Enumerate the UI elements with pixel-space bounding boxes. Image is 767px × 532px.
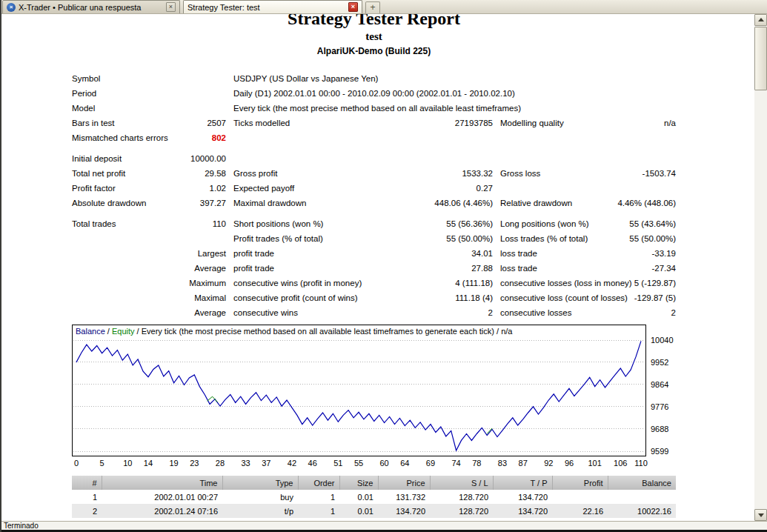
stats-cell: Initial deposit: [72, 151, 183, 166]
stats-cell: 27.88: [410, 261, 493, 276]
trades-cell: 128.720: [430, 504, 493, 518]
x-axis-tick-label: 37: [262, 459, 270, 468]
scrollbar-thumb[interactable]: [754, 27, 767, 90]
stats-cell: Total trades: [72, 216, 183, 231]
stats-cell: 4.46% (448.06): [614, 196, 676, 210]
status-text: Terminado: [4, 522, 39, 530]
trades-cell: 0.01: [339, 490, 378, 504]
trades-cell: 1: [298, 504, 339, 518]
x-axis-tick-label: 28: [216, 459, 225, 468]
trades-cell: 134.720: [378, 504, 430, 518]
y-axis-tick-label: 9776: [651, 402, 676, 411]
balance-line-chart: [73, 325, 645, 456]
page-content: Strategy Tester Report test AlpariUK-Dem…: [1, 14, 754, 521]
tab-label: Strategy Tester: test: [187, 3, 345, 12]
stats-cell: [183, 71, 226, 86]
status-bar: Terminado: [1, 521, 767, 530]
stats-cell: Total net profit: [72, 166, 183, 181]
stats-row: Total net profit29.58Gross profit1533.32…: [72, 166, 676, 181]
balance-chart: Balance / Equity / Every tick (the most …: [72, 325, 676, 468]
stats-cell: Every tick (the most precise method base…: [226, 101, 676, 116]
stats-row: Averageconsecutive wins2consecutive loss…: [72, 305, 676, 320]
close-tab-icon[interactable]: ×: [166, 2, 176, 12]
scroll-up-button[interactable]: [754, 14, 767, 26]
stats-cell: 55 (43.64%): [614, 216, 676, 231]
stats-cell: USDJPY (US Dollar vs Japanese Yen): [226, 71, 676, 86]
scroll-down-button[interactable]: [754, 509, 767, 521]
legend-part: / Every tick (the most precise method ba…: [135, 327, 513, 336]
stats-cell: Average: [183, 305, 226, 320]
tab-xtrader[interactable]: × X-Trader • Publicar una respuesta ×: [2, 0, 180, 13]
y-axis-tick-label: 9688: [651, 425, 676, 433]
trades-header-cell: Size: [339, 476, 378, 490]
server-build: AlpariUK-Demo (Build 225): [72, 46, 676, 56]
stats-cell: [614, 130, 676, 145]
tab-strategy-tester[interactable]: Strategy Tester: test ×: [183, 0, 362, 13]
stats-cell: 2: [410, 305, 493, 320]
trades-cell: 1: [72, 490, 102, 504]
stats-cell: [72, 305, 183, 320]
stats-cell: [410, 151, 493, 166]
stats-cell: 2507: [183, 116, 226, 130]
browser-window: × X-Trader • Publicar una respuesta × St…: [0, 0, 767, 532]
stats-cell: 1.02: [183, 181, 226, 196]
close-tab-icon[interactable]: ×: [348, 2, 358, 12]
x-axis-tick-label: 69: [426, 459, 435, 468]
stats-cell: 397.27: [183, 196, 226, 210]
stats-cell: [72, 261, 183, 276]
y-axis-labels: 1004099529864977696889599: [651, 325, 676, 457]
vertical-scrollbar[interactable]: [754, 14, 767, 521]
legend-part: Equity: [112, 327, 135, 336]
stats-row: Total trades110Short positions (won %)55…: [72, 216, 676, 231]
stats-row: Mismatched charts errors802: [72, 130, 676, 145]
trades-cell: 2: [72, 504, 102, 518]
x-axis-tick-label: 87: [519, 459, 528, 468]
stats-cell: [614, 151, 676, 166]
new-tab-button[interactable]: +: [365, 1, 380, 13]
trades-cell: buy: [222, 490, 298, 504]
stats-cell: 55 (50.00%): [614, 231, 676, 246]
stats-cell: -33.19: [614, 246, 676, 261]
stats-cell: 27193785: [410, 116, 493, 130]
trades-cell: 2002.01.24 07:16: [102, 504, 222, 518]
trades-cell: 10022.16: [608, 504, 676, 518]
chart-plot-area: Balance / Equity / Every tick (the most …: [72, 325, 646, 456]
x-axis-tick-label: 92: [544, 459, 553, 468]
trades-header-cell: Type: [222, 476, 298, 490]
scroll-down-icon: [758, 513, 764, 517]
x-axis-tick-label: 74: [451, 459, 460, 468]
stats-cell: Gross profit: [226, 166, 410, 181]
trades-header-cell: S / L: [430, 476, 493, 490]
stats-cell: Absolute drawdown: [72, 196, 183, 210]
stats-cell: profit trade: [226, 261, 410, 276]
trades-cell: 131.732: [378, 490, 430, 504]
stats-cell: [614, 181, 676, 196]
trades-header-cell: Order: [298, 476, 339, 490]
x-axis-tick-label: 106: [614, 459, 627, 468]
trades-cell: 128.720: [430, 490, 493, 504]
stats-cell: loss trade: [493, 261, 614, 276]
stats-cell: [226, 151, 410, 166]
trades-row: 12002.01.01 00:27buy10.01131.732128.7201…: [72, 490, 676, 504]
stats-cell: 111.18 (4): [410, 290, 493, 305]
stats-row: Maximumconsecutive wins (profit in money…: [72, 276, 676, 290]
trades-cell: 134.720: [493, 490, 552, 504]
stats-cell: consecutive profit (count of wins): [226, 290, 410, 305]
stats-row: ModelEvery tick (the most precise method…: [72, 101, 676, 116]
trades-cell: 134.720: [493, 504, 552, 518]
stats-cell: Bars in test: [72, 116, 183, 130]
stats-cell: Daily (D1) 2002.01.01 00:00 - 2010.02.09…: [226, 86, 676, 101]
stats-cell: consecutive wins: [226, 305, 410, 320]
stats-cell: Profit trades (% of total): [226, 231, 410, 246]
stats-table: SymbolUSDJPY (US Dollar vs Japanese Yen)…: [72, 71, 676, 320]
stats-row: Maximalconsecutive profit (count of wins…: [72, 290, 676, 305]
stats-row: Profit factor1.02Expected payoff0.27: [72, 181, 676, 196]
x-axis-tick-label: 64: [400, 459, 409, 468]
y-axis-tick-label: 9952: [651, 358, 676, 367]
trades-header-cell: T / P: [493, 476, 552, 490]
stats-cell: 1533.32: [410, 166, 493, 181]
x-axis-labels: 0510141923283337424651556064697478838792…: [73, 459, 647, 468]
stats-cell: Gross loss: [493, 166, 614, 181]
trades-header-row: #TimeTypeOrderSizePriceS / LT / PProfitB…: [72, 476, 676, 490]
x-axis-tick-label: 23: [190, 459, 199, 468]
